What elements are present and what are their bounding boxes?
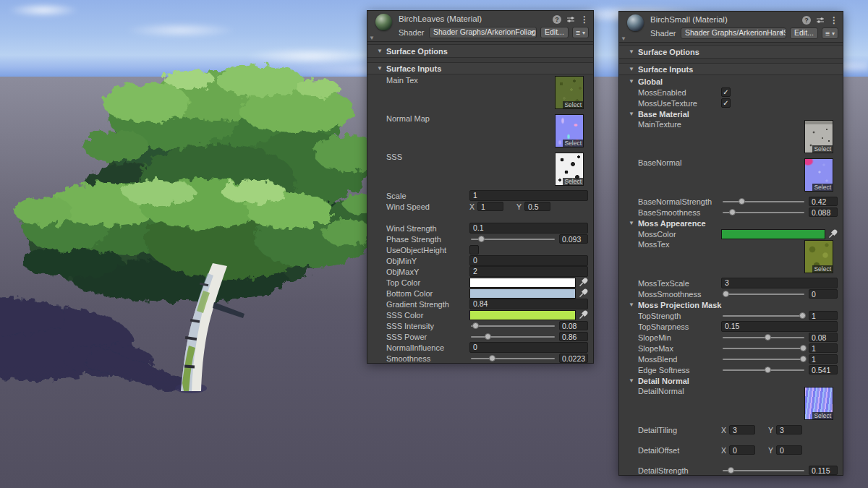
eyedropper-icon[interactable] [579, 278, 588, 287]
section-surface-options[interactable]: ▼ Surface Options [367, 44, 593, 58]
slider-thumb[interactable] [723, 291, 729, 297]
base-normal-thumbnail[interactable]: Select [804, 158, 833, 192]
group-global[interactable]: ▼ Global [619, 76, 838, 87]
phase-strength-value[interactable]: 0.093 [559, 234, 588, 244]
context-menu-icon[interactable]: ⋮ [580, 15, 589, 24]
slider-track[interactable] [723, 359, 804, 360]
normal-influence-input[interactable]: 0 [469, 342, 588, 353]
sss-power-slider[interactable] [469, 332, 556, 341]
moss-smoothness-value[interactable]: 0 [809, 289, 838, 299]
moss-use-texture-checkbox[interactable]: ✓ [721, 98, 731, 108]
select-button[interactable]: Select [563, 140, 583, 147]
preview-foldout-icon[interactable]: ▼ [369, 35, 375, 41]
slider-thumb[interactable] [800, 356, 807, 362]
wind-speed-y-input[interactable]: 0.5 [524, 202, 550, 211]
slider-thumb[interactable] [765, 334, 771, 341]
sss-intensity-slider[interactable] [469, 321, 556, 330]
eyedropper-icon[interactable] [579, 310, 588, 320]
sss-intensity-value[interactable]: 0.08 [559, 321, 588, 330]
slider-thumb[interactable] [739, 198, 745, 205]
wind-speed-x-input[interactable]: 1 [477, 202, 503, 211]
help-icon[interactable]: ? [553, 15, 561, 24]
bottom-color-swatch[interactable] [469, 288, 576, 299]
slider-track[interactable] [723, 337, 804, 338]
top-sharpness-input[interactable]: 0.15 [721, 321, 838, 332]
slider-track[interactable] [723, 294, 804, 295]
obj-min-y-input[interactable]: 0 [469, 255, 588, 266]
detail-normal-thumbnail[interactable]: Select [804, 387, 833, 420]
sss-map-thumbnail[interactable]: Select [555, 153, 584, 186]
base-normal-strength-slider[interactable] [721, 197, 806, 206]
slider-thumb[interactable] [800, 345, 807, 351]
select-button[interactable]: Select [812, 412, 833, 419]
group-detail-normal[interactable]: ▼ Detail Normal [619, 375, 838, 386]
detail-strength-slider[interactable] [721, 466, 806, 475]
top-strength-slider[interactable] [721, 311, 806, 320]
scale-input[interactable]: 1 [469, 190, 588, 201]
slider-thumb[interactable] [472, 322, 479, 329]
sss-power-value[interactable]: 0.86 [559, 332, 588, 341]
eyedropper-icon[interactable] [828, 229, 838, 239]
slider-thumb[interactable] [729, 209, 736, 215]
moss-smoothness-slider[interactable] [721, 289, 806, 299]
slider-track[interactable] [723, 369, 804, 371]
material-properties-menu-button[interactable]: ≡ ▾ [572, 27, 589, 38]
slider-thumb[interactable] [728, 467, 734, 474]
slider-thumb[interactable] [478, 236, 485, 242]
moss-tex-scale-input[interactable]: 3 [721, 278, 838, 288]
wind-strength-input[interactable]: 0.1 [469, 223, 588, 234]
help-icon[interactable]: ? [802, 16, 811, 25]
detail-strength-value[interactable]: 0.115 [809, 466, 838, 475]
shader-dropdown[interactable]: Shader Graphs/ArkerionHardSurfa ▾ [681, 27, 786, 39]
section-surface-inputs[interactable]: ▼ Surface Inputs [367, 62, 593, 74]
slider-track[interactable] [471, 358, 555, 359]
gradient-strength-input[interactable]: 0.84 [469, 299, 588, 309]
slider-track[interactable] [471, 336, 555, 338]
moss-tex-thumbnail[interactable]: Select [804, 240, 833, 273]
slider-track[interactable] [723, 315, 804, 317]
slope-min-value[interactable]: 0.08 [809, 333, 838, 342]
section-surface-options[interactable]: ▼ Surface Options [619, 45, 843, 59]
select-button[interactable]: Select [812, 145, 833, 153]
eyedropper-icon[interactable] [579, 288, 588, 298]
preview-foldout-icon[interactable]: ▼ [621, 35, 626, 42]
slider-track[interactable] [723, 201, 804, 202]
moss-blend-slider[interactable] [721, 354, 806, 364]
main-tex-thumbnail[interactable]: Select [555, 76, 584, 109]
normal-map-thumbnail[interactable]: Select [555, 114, 584, 147]
select-button[interactable]: Select [563, 178, 583, 185]
slider-thumb[interactable] [765, 367, 771, 373]
slope-max-value[interactable]: 1 [809, 343, 838, 353]
group-base-material[interactable]: ▼ Base Material [619, 108, 838, 119]
edge-softness-value[interactable]: 0.541 [809, 365, 838, 374]
select-button[interactable]: Select [812, 265, 833, 273]
section-surface-inputs[interactable]: ▼ Surface Inputs [619, 63, 843, 75]
edit-shader-button[interactable]: Edit... [790, 27, 818, 39]
moss-color-swatch[interactable] [721, 229, 825, 239]
phase-strength-slider[interactable] [469, 234, 556, 244]
edit-shader-button[interactable]: Edit... [540, 27, 569, 38]
detail-tiling-y-input[interactable]: 3 [776, 425, 802, 435]
smoothness-value[interactable]: 0.0223 [559, 354, 588, 363]
shader-dropdown[interactable]: Shader Graphs/ArkerionFoliage ▾ [429, 27, 537, 38]
slope-min-slider[interactable] [721, 333, 806, 342]
sss-color-swatch[interactable] [469, 310, 576, 320]
detail-tiling-x-input[interactable]: 3 [729, 425, 755, 435]
context-menu-icon[interactable]: ⋮ [830, 16, 838, 25]
slider-track[interactable] [723, 348, 804, 349]
base-smoothness-value[interactable]: 0.088 [809, 207, 838, 217]
use-object-height-checkbox[interactable] [469, 245, 479, 254]
slope-max-slider[interactable] [721, 343, 806, 353]
group-moss-projection-mask[interactable]: ▼ Moss Projection Mask [619, 299, 838, 310]
obj-max-y-input[interactable]: 2 [469, 266, 588, 277]
presets-icon[interactable] [566, 15, 575, 24]
base-normal-strength-value[interactable]: 0.42 [809, 197, 838, 206]
main-texture-thumbnail[interactable]: Select [804, 120, 833, 153]
slider-thumb[interactable] [489, 355, 495, 361]
smoothness-slider[interactable] [469, 354, 556, 363]
moss-enabled-checkbox[interactable]: ✓ [721, 87, 731, 97]
material-properties-menu-button[interactable]: ≡ ▾ [822, 27, 838, 39]
moss-blend-value[interactable]: 1 [809, 354, 838, 364]
slider-thumb[interactable] [485, 333, 491, 340]
detail-offset-y-input[interactable]: 0 [776, 445, 802, 455]
